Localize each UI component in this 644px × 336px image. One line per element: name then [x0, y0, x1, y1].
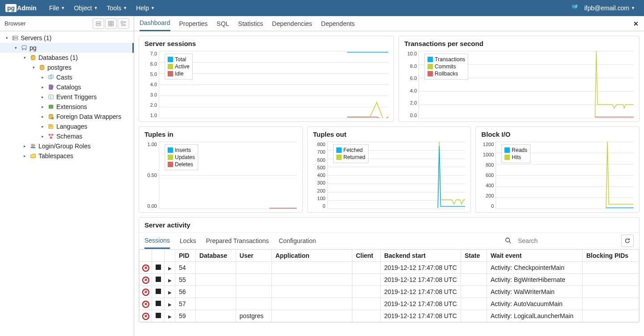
- expand-row-button[interactable]: ▶: [165, 310, 175, 322]
- terminate-session-button[interactable]: ✕: [140, 298, 152, 310]
- search-input[interactable]: [515, 235, 618, 247]
- tree-node-pg[interactable]: ▾pg: [0, 43, 134, 53]
- cancel-query-button[interactable]: [152, 298, 165, 310]
- x-circle-icon: ✕: [142, 265, 149, 272]
- browser-header: Browser: [0, 16, 134, 31]
- cell-user: postgres: [236, 310, 271, 322]
- expand-row-button[interactable]: ▶: [165, 274, 175, 286]
- cancel-query-button[interactable]: [152, 274, 165, 286]
- menu-help[interactable]: Help▼: [132, 3, 158, 13]
- chevron-right-icon: ▸: [21, 143, 28, 149]
- login-roles-icon: [30, 143, 37, 150]
- tree-node-casts[interactable]: ▸Casts: [0, 72, 134, 82]
- terminate-session-button[interactable]: ✕: [140, 262, 152, 274]
- cell-state: [461, 262, 487, 274]
- refresh-button[interactable]: [621, 235, 634, 247]
- terminate-session-button[interactable]: ✕: [140, 274, 152, 286]
- svg-rect-1: [96, 24, 101, 25]
- tree-node-login-roles[interactable]: ▸Login/Group Roles: [0, 141, 134, 151]
- card-transactions-per-second: Transactions per second 10.0 8.0 6.0 4.0…: [398, 36, 640, 122]
- tab-dependencies[interactable]: Dependencies: [272, 16, 312, 31]
- extensions-icon: [47, 103, 55, 110]
- cancel-query-button[interactable]: [152, 262, 165, 274]
- tree-node-tablespaces[interactable]: ▸Tablespaces: [0, 151, 134, 161]
- chevron-down-icon: ▾: [30, 64, 37, 71]
- terminate-session-button[interactable]: ✕: [140, 286, 152, 298]
- chart-legend: Inserts Updates Deletes: [165, 144, 198, 170]
- chart-plot-area: Fetched Returned: [327, 142, 466, 209]
- activity-tabs: Sessions Locks Prepared Transactions Con…: [139, 232, 639, 249]
- menu-tools[interactable]: Tools▼: [103, 3, 131, 13]
- cell-wait-event: Activity: AutoVacuumMain: [487, 298, 583, 310]
- menu-file[interactable]: File▼: [46, 3, 68, 13]
- cell-blocking-pids: [583, 274, 639, 286]
- tree-node-languages[interactable]: ▸Languages: [0, 122, 134, 131]
- tabs-bar: Dashboard Properties SQL Statistics Depe…: [134, 16, 644, 31]
- x-circle-icon: ✕: [142, 301, 149, 308]
- cell-wait-event: Activity: CheckpointerMain: [487, 262, 583, 274]
- cell-application: [271, 298, 352, 310]
- server-group-icon: [12, 34, 19, 42]
- tablespaces-icon: [30, 152, 37, 160]
- activity-tab-locks[interactable]: Locks: [180, 233, 196, 249]
- expand-row-button[interactable]: ▶: [165, 262, 175, 274]
- cell-state: [461, 310, 487, 322]
- cell-backend-start: 2019-12-12 17:47:08 UTC: [380, 310, 461, 322]
- chart-plot-area: Inserts Updates Deletes: [159, 142, 297, 209]
- tab-dashboard[interactable]: Dashboard: [140, 16, 170, 31]
- cell-state: [461, 286, 487, 298]
- tab-statistics[interactable]: Statistics: [238, 16, 263, 31]
- cell-backend-start: 2019-12-12 17:47:08 UTC: [380, 262, 461, 274]
- tree-node-extensions[interactable]: ▸Extensions: [0, 102, 134, 112]
- cell-user: [236, 286, 271, 298]
- tab-dependents[interactable]: Dependents: [321, 16, 355, 31]
- close-icon[interactable]: ✕: [633, 20, 639, 27]
- tree-node-schemas[interactable]: ▸Schemas: [0, 131, 134, 141]
- tree-node-servers[interactable]: ▾Servers (1): [0, 33, 134, 43]
- browser-tool-filter-icon[interactable]: [118, 18, 129, 29]
- table-row: ✕▶572019-12-12 17:47:08 UTCActivity: Aut…: [140, 298, 639, 310]
- tree-node-fdw[interactable]: ▸Foreign Data Wrappers: [0, 112, 134, 122]
- top-menu-bar: pgAdmin File▼ Object▼ Tools▼ Help▼ ifpb@…: [0, 0, 644, 16]
- card-server-sessions: Server sessions 7.0 6.0 5.0 4.0 3.0 2.0: [139, 36, 394, 122]
- terminate-session-button[interactable]: ✕: [140, 310, 152, 322]
- expand-row-button[interactable]: ▶: [165, 286, 175, 298]
- browser-tool-server-icon[interactable]: [93, 18, 104, 29]
- tab-sql[interactable]: SQL: [216, 16, 229, 31]
- puzzle-icon: [571, 4, 578, 13]
- user-menu[interactable]: ifpb@email.com▼: [581, 3, 639, 13]
- cell-backend-start: 2019-12-12 17:47:08 UTC: [380, 286, 461, 298]
- table-header: PID Database User Application Client Bac…: [140, 250, 639, 262]
- tab-properties[interactable]: Properties: [179, 16, 208, 31]
- chevron-down-icon: ▼: [94, 6, 98, 10]
- browser-tool-table-icon[interactable]: [105, 18, 117, 29]
- expand-row-button[interactable]: ▶: [165, 298, 175, 310]
- tree-node-event-triggers[interactable]: ▸Event Triggers: [0, 92, 134, 102]
- svg-rect-0: [96, 21, 101, 23]
- activity-tab-sessions[interactable]: Sessions: [144, 233, 170, 249]
- svg-rect-21: [49, 105, 53, 109]
- activity-tab-configuration[interactable]: Configuration: [279, 233, 316, 249]
- cell-blocking-pids: [583, 286, 639, 298]
- svg-point-33: [31, 144, 33, 146]
- cell-backend-start: 2019-12-12 17:47:08 UTC: [380, 298, 461, 310]
- tree-node-databases[interactable]: ▾Databases (1): [0, 53, 134, 63]
- chevron-right-icon: ▸: [39, 84, 46, 90]
- tree-node-catalogs[interactable]: ▸Catalogs: [0, 82, 134, 92]
- cancel-query-button[interactable]: [152, 310, 165, 322]
- logo-prefix: pg: [5, 4, 17, 12]
- cancel-query-button[interactable]: [152, 286, 165, 298]
- activity-tab-prepared[interactable]: Prepared Transactions: [206, 233, 269, 249]
- svg-rect-2: [109, 21, 114, 26]
- tree-node-postgres[interactable]: ▾postgres: [0, 63, 134, 72]
- sidebar: Browser ▾Servers (1) ▾pg ▾Databases (1) …: [0, 16, 134, 336]
- schemas-icon: [47, 133, 55, 140]
- elephant-icon: [21, 44, 28, 51]
- top-menus: File▼ Object▼ Tools▼ Help▼: [46, 3, 158, 13]
- chevron-right-icon: ▸: [39, 74, 46, 80]
- svg-rect-23: [51, 105, 52, 106]
- cell-user: [236, 262, 271, 274]
- stop-icon: [156, 313, 161, 318]
- menu-object[interactable]: Object▼: [70, 3, 101, 13]
- casts-icon: [47, 74, 55, 81]
